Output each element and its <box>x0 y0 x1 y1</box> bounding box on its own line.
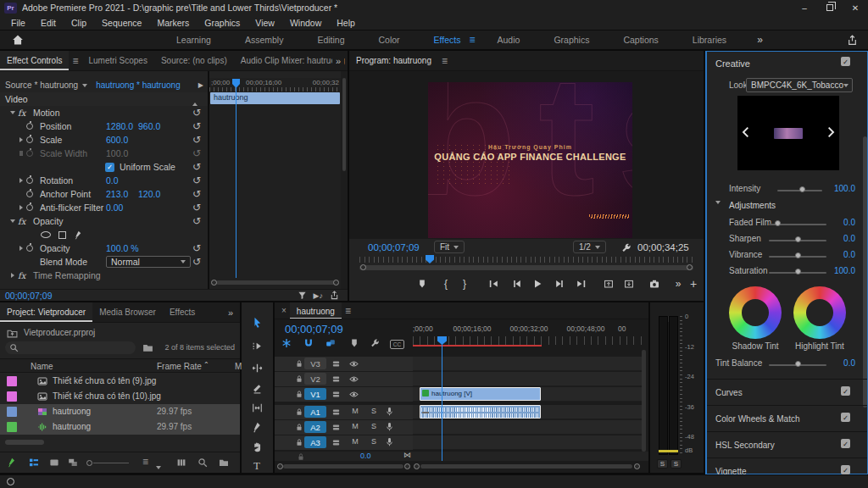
tab-lumetri-scopes[interactable]: Lumetri Scopes <box>81 51 153 70</box>
scroll-handle-right[interactable] <box>687 264 693 270</box>
reset-icon[interactable]: ↺ <box>192 241 201 255</box>
reset-icon[interactable]: ↺ <box>192 119 201 133</box>
zoom-handle-left[interactable] <box>211 280 217 286</box>
twirl-icon[interactable] <box>15 246 26 251</box>
saturation-value[interactable]: 100.0 <box>821 266 855 275</box>
video-track-v1[interactable]: hautruong [V] <box>413 387 643 402</box>
effect-row-opacity[interactable]: Opacity100.0 %↺ <box>0 241 208 255</box>
freeform-view-icon[interactable] <box>68 458 78 468</box>
list-item[interactable]: hautruong29.97 fps <box>0 404 240 419</box>
menu-file[interactable]: File <box>3 18 33 28</box>
minimize-button[interactable]: – <box>792 0 817 15</box>
play-audio-icon[interactable]: ▶♪ <box>314 291 323 300</box>
creative-checkbox[interactable]: ✓ <box>841 57 850 66</box>
playhead-timecode[interactable]: 00;00;07;09 <box>5 291 52 301</box>
lock-icon[interactable] <box>295 390 303 398</box>
workspace-tab-editing[interactable]: Editing <box>300 35 361 45</box>
mute-button[interactable]: M <box>349 407 361 415</box>
timeline-ruler-ticks[interactable] <box>209 87 341 92</box>
go-to-in-button[interactable] <box>485 276 502 291</box>
lock-icon[interactable] <box>295 374 303 383</box>
stopwatch-icon[interactable] <box>26 191 40 197</box>
zoom-handle-left[interactable] <box>414 463 420 469</box>
chevron-down-icon[interactable] <box>82 84 87 87</box>
twirl-icon[interactable] <box>7 219 18 223</box>
solo-button[interactable]: S <box>368 407 380 415</box>
workspace-overflow-icon[interactable]: » <box>743 34 776 46</box>
timeline-clip-video[interactable]: hautruong [V] <box>420 387 541 401</box>
lock-icon[interactable] <box>297 452 305 461</box>
menu-clip[interactable]: Clip <box>64 18 94 28</box>
close-button[interactable]: ✕ <box>843 0 868 15</box>
param-value[interactable]: 100.0 <box>106 148 138 158</box>
section-hsl-secondary[interactable]: HSL Secondary✓ <box>707 431 867 458</box>
column-name[interactable]: Name <box>31 362 53 371</box>
param-value[interactable]: 213.0 <box>106 189 138 199</box>
twirl-icon[interactable] <box>15 178 26 183</box>
label-color-chip[interactable] <box>7 376 17 386</box>
playback-resolution-select[interactable]: 1/2 <box>573 241 606 253</box>
column-frame-rate[interactable]: Frame Rate <box>157 362 202 371</box>
extract-button[interactable] <box>620 276 637 291</box>
sort-caret-icon[interactable] <box>156 461 161 471</box>
workspace-tab-libraries[interactable]: Libraries <box>676 35 743 45</box>
zoom-handle-right[interactable] <box>333 280 339 286</box>
timeline-scrollbar[interactable] <box>420 464 632 469</box>
menu-window[interactable]: Window <box>282 18 329 28</box>
creative-section-label[interactable]: Creative <box>715 58 750 69</box>
tool-type[interactable]: T <box>249 458 264 474</box>
param-value[interactable]: 100.0 % <box>106 243 139 253</box>
find-icon[interactable] <box>198 458 208 468</box>
workspace-tab-color[interactable]: Color <box>362 35 417 45</box>
program-tab[interactable]: Program: hautruong <box>349 51 438 70</box>
scroll-handle[interactable] <box>404 463 410 469</box>
workspace-tab-assembly[interactable]: Assembly <box>228 35 301 45</box>
reset-icon[interactable]: ↺ <box>192 255 201 269</box>
menu-view[interactable]: View <box>248 18 282 28</box>
keyframe-toggle-icon[interactable]: ⋈ <box>403 452 411 459</box>
toggle-track-output-icon[interactable] <box>349 359 359 369</box>
item-name[interactable]: hautruong <box>53 422 91 431</box>
solo-button[interactable]: S <box>368 422 380 430</box>
twirl-icon[interactable] <box>15 205 26 210</box>
effect-row-motion[interactable]: fxMotion↺ <box>0 106 208 119</box>
panel-menu-icon[interactable]: ≡ <box>438 51 451 70</box>
section-checkbox-vignette[interactable]: ✓ <box>841 465 850 474</box>
video-track-v3[interactable] <box>413 357 643 371</box>
rect-mask-icon[interactable] <box>58 231 66 239</box>
stopwatch-icon[interactable] <box>26 245 40 252</box>
project-writable-icon[interactable] <box>7 458 17 468</box>
reset-icon[interactable]: ↺ <box>192 106 201 119</box>
workspace-tab-captions[interactable]: Captions <box>606 35 675 45</box>
effect-row-opacity[interactable]: fxOpacity↺ <box>0 214 208 228</box>
reset-icon[interactable]: ↺ <box>192 214 201 228</box>
stopwatch-icon[interactable] <box>26 177 40 184</box>
effect-row-uniform-scale[interactable]: ✓Uniform Scale↺ <box>0 160 208 174</box>
workspace-tab-audio[interactable]: Audio <box>481 35 537 45</box>
faded-film-value[interactable]: 0.0 <box>821 218 855 227</box>
timeline-ruler[interactable]: ;00;0000;00;16;0000;00;32;0000;00;48;000… <box>275 323 648 347</box>
reset-icon[interactable]: ↺ <box>192 147 201 160</box>
reset-icon[interactable]: ↺ <box>192 187 201 201</box>
panel-menu-icon[interactable]: ≡ <box>69 51 81 70</box>
effect-row-rotation[interactable]: Rotation0.0↺ <box>0 174 208 187</box>
timeline-vertical-scrollbar[interactable] <box>642 350 646 452</box>
step-forward-button[interactable] <box>551 276 568 291</box>
go-to-out-button[interactable] <box>573 276 590 291</box>
sort-ascending-icon[interactable]: ⌃ <box>203 361 209 369</box>
filter-icon[interactable] <box>298 291 307 300</box>
sequence-tab[interactable]: hautruong <box>290 302 342 319</box>
tool-hand[interactable] <box>249 439 264 454</box>
master-volume-value[interactable]: 0.0 <box>360 452 371 460</box>
vibrance-knob[interactable] <box>795 252 801 258</box>
lock-icon[interactable] <box>295 438 303 446</box>
menu-sequence[interactable]: Sequence <box>94 18 149 28</box>
mark-out-button[interactable]: } <box>456 276 473 291</box>
track-badge-a3[interactable]: A3 <box>304 436 326 448</box>
stopwatch-icon[interactable] <box>26 136 40 143</box>
reset-icon[interactable]: ↺ <box>192 133 201 147</box>
section-checkbox-color-wheels-match[interactable]: ✓ <box>841 413 850 422</box>
export-frame-button[interactable] <box>646 276 663 291</box>
param-value[interactable]: 960.0 <box>138 121 170 131</box>
export-share-icon[interactable] <box>847 35 858 46</box>
